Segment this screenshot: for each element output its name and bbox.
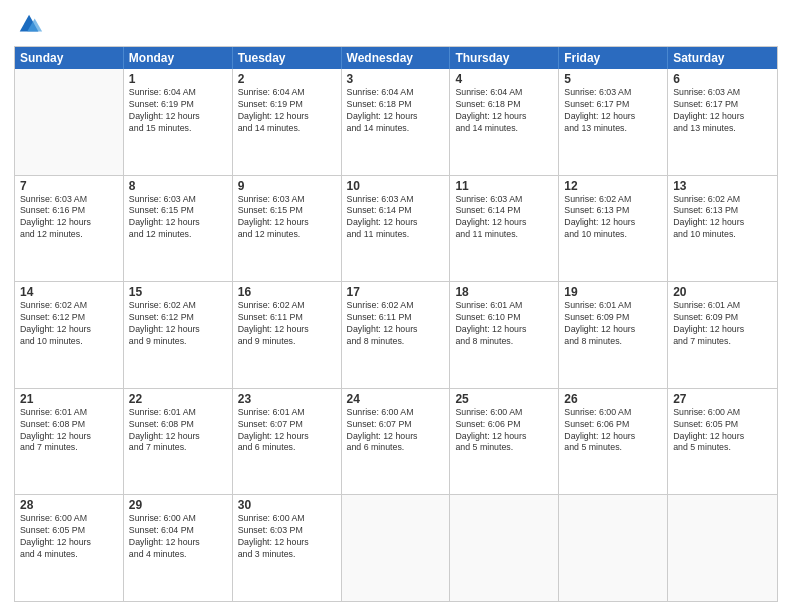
cell-info-text: Sunrise: 6:01 AM Sunset: 6:08 PM Dayligh… (20, 407, 118, 455)
calendar-header-wednesday: Wednesday (342, 47, 451, 69)
header (14, 10, 778, 38)
cell-info-text: Sunrise: 6:04 AM Sunset: 6:18 PM Dayligh… (455, 87, 553, 135)
calendar-cell-r0c3: 3Sunrise: 6:04 AM Sunset: 6:18 PM Daylig… (342, 69, 451, 175)
cell-day-number: 12 (564, 179, 662, 193)
cell-day-number: 27 (673, 392, 772, 406)
cell-info-text: Sunrise: 6:03 AM Sunset: 6:14 PM Dayligh… (347, 194, 445, 242)
calendar-cell-r2c1: 15Sunrise: 6:02 AM Sunset: 6:12 PM Dayli… (124, 282, 233, 388)
calendar-cell-r1c1: 8Sunrise: 6:03 AM Sunset: 6:15 PM Daylig… (124, 176, 233, 282)
cell-info-text: Sunrise: 6:02 AM Sunset: 6:13 PM Dayligh… (673, 194, 772, 242)
cell-info-text: Sunrise: 6:01 AM Sunset: 6:08 PM Dayligh… (129, 407, 227, 455)
calendar-cell-r0c6: 6Sunrise: 6:03 AM Sunset: 6:17 PM Daylig… (668, 69, 777, 175)
cell-day-number: 13 (673, 179, 772, 193)
calendar-header-thursday: Thursday (450, 47, 559, 69)
calendar-cell-r3c3: 24Sunrise: 6:00 AM Sunset: 6:07 PM Dayli… (342, 389, 451, 495)
calendar-row-1: 7Sunrise: 6:03 AM Sunset: 6:16 PM Daylig… (15, 175, 777, 282)
cell-info-text: Sunrise: 6:00 AM Sunset: 6:05 PM Dayligh… (673, 407, 772, 455)
calendar-cell-r2c4: 18Sunrise: 6:01 AM Sunset: 6:10 PM Dayli… (450, 282, 559, 388)
calendar-cell-r1c3: 10Sunrise: 6:03 AM Sunset: 6:14 PM Dayli… (342, 176, 451, 282)
calendar-cell-r3c1: 22Sunrise: 6:01 AM Sunset: 6:08 PM Dayli… (124, 389, 233, 495)
cell-day-number: 17 (347, 285, 445, 299)
cell-info-text: Sunrise: 6:03 AM Sunset: 6:15 PM Dayligh… (129, 194, 227, 242)
calendar-cell-r0c0 (15, 69, 124, 175)
cell-day-number: 2 (238, 72, 336, 86)
calendar-cell-r2c2: 16Sunrise: 6:02 AM Sunset: 6:11 PM Dayli… (233, 282, 342, 388)
calendar-cell-r1c4: 11Sunrise: 6:03 AM Sunset: 6:14 PM Dayli… (450, 176, 559, 282)
calendar-cell-r2c3: 17Sunrise: 6:02 AM Sunset: 6:11 PM Dayli… (342, 282, 451, 388)
cell-info-text: Sunrise: 6:04 AM Sunset: 6:19 PM Dayligh… (129, 87, 227, 135)
cell-info-text: Sunrise: 6:04 AM Sunset: 6:18 PM Dayligh… (347, 87, 445, 135)
calendar-header-saturday: Saturday (668, 47, 777, 69)
cell-info-text: Sunrise: 6:04 AM Sunset: 6:19 PM Dayligh… (238, 87, 336, 135)
cell-info-text: Sunrise: 6:01 AM Sunset: 6:09 PM Dayligh… (564, 300, 662, 348)
cell-info-text: Sunrise: 6:03 AM Sunset: 6:16 PM Dayligh… (20, 194, 118, 242)
calendar-cell-r4c0: 28Sunrise: 6:00 AM Sunset: 6:05 PM Dayli… (15, 495, 124, 601)
cell-info-text: Sunrise: 6:00 AM Sunset: 6:06 PM Dayligh… (455, 407, 553, 455)
cell-info-text: Sunrise: 6:01 AM Sunset: 6:07 PM Dayligh… (238, 407, 336, 455)
calendar-header-sunday: Sunday (15, 47, 124, 69)
cell-day-number: 30 (238, 498, 336, 512)
cell-day-number: 24 (347, 392, 445, 406)
cell-day-number: 16 (238, 285, 336, 299)
cell-info-text: Sunrise: 6:02 AM Sunset: 6:12 PM Dayligh… (20, 300, 118, 348)
cell-day-number: 22 (129, 392, 227, 406)
calendar-body: 1Sunrise: 6:04 AM Sunset: 6:19 PM Daylig… (15, 69, 777, 601)
calendar-cell-r4c3 (342, 495, 451, 601)
cell-info-text: Sunrise: 6:02 AM Sunset: 6:11 PM Dayligh… (347, 300, 445, 348)
calendar-cell-r4c4 (450, 495, 559, 601)
calendar-cell-r3c2: 23Sunrise: 6:01 AM Sunset: 6:07 PM Dayli… (233, 389, 342, 495)
cell-info-text: Sunrise: 6:03 AM Sunset: 6:15 PM Dayligh… (238, 194, 336, 242)
cell-day-number: 18 (455, 285, 553, 299)
calendar-cell-r3c6: 27Sunrise: 6:00 AM Sunset: 6:05 PM Dayli… (668, 389, 777, 495)
calendar-cell-r4c5 (559, 495, 668, 601)
calendar-cell-r3c0: 21Sunrise: 6:01 AM Sunset: 6:08 PM Dayli… (15, 389, 124, 495)
calendar: SundayMondayTuesdayWednesdayThursdayFrid… (14, 46, 778, 602)
cell-day-number: 10 (347, 179, 445, 193)
cell-day-number: 15 (129, 285, 227, 299)
calendar-cell-r2c6: 20Sunrise: 6:01 AM Sunset: 6:09 PM Dayli… (668, 282, 777, 388)
page: SundayMondayTuesdayWednesdayThursdayFrid… (0, 0, 792, 612)
calendar-cell-r4c1: 29Sunrise: 6:00 AM Sunset: 6:04 PM Dayli… (124, 495, 233, 601)
cell-info-text: Sunrise: 6:00 AM Sunset: 6:03 PM Dayligh… (238, 513, 336, 561)
calendar-cell-r4c2: 30Sunrise: 6:00 AM Sunset: 6:03 PM Dayli… (233, 495, 342, 601)
cell-info-text: Sunrise: 6:03 AM Sunset: 6:17 PM Dayligh… (673, 87, 772, 135)
calendar-cell-r1c0: 7Sunrise: 6:03 AM Sunset: 6:16 PM Daylig… (15, 176, 124, 282)
cell-info-text: Sunrise: 6:03 AM Sunset: 6:17 PM Dayligh… (564, 87, 662, 135)
cell-day-number: 5 (564, 72, 662, 86)
cell-info-text: Sunrise: 6:00 AM Sunset: 6:06 PM Dayligh… (564, 407, 662, 455)
cell-day-number: 9 (238, 179, 336, 193)
calendar-header-friday: Friday (559, 47, 668, 69)
logo-icon (16, 10, 44, 38)
cell-info-text: Sunrise: 6:01 AM Sunset: 6:10 PM Dayligh… (455, 300, 553, 348)
calendar-row-4: 28Sunrise: 6:00 AM Sunset: 6:05 PM Dayli… (15, 494, 777, 601)
cell-info-text: Sunrise: 6:00 AM Sunset: 6:05 PM Dayligh… (20, 513, 118, 561)
calendar-header-tuesday: Tuesday (233, 47, 342, 69)
cell-day-number: 11 (455, 179, 553, 193)
cell-day-number: 23 (238, 392, 336, 406)
cell-day-number: 3 (347, 72, 445, 86)
cell-day-number: 19 (564, 285, 662, 299)
cell-day-number: 29 (129, 498, 227, 512)
cell-info-text: Sunrise: 6:02 AM Sunset: 6:12 PM Dayligh… (129, 300, 227, 348)
calendar-row-2: 14Sunrise: 6:02 AM Sunset: 6:12 PM Dayli… (15, 281, 777, 388)
cell-day-number: 7 (20, 179, 118, 193)
logo (14, 10, 44, 38)
cell-day-number: 20 (673, 285, 772, 299)
calendar-cell-r1c5: 12Sunrise: 6:02 AM Sunset: 6:13 PM Dayli… (559, 176, 668, 282)
cell-day-number: 8 (129, 179, 227, 193)
calendar-cell-r3c5: 26Sunrise: 6:00 AM Sunset: 6:06 PM Dayli… (559, 389, 668, 495)
cell-info-text: Sunrise: 6:03 AM Sunset: 6:14 PM Dayligh… (455, 194, 553, 242)
cell-day-number: 21 (20, 392, 118, 406)
cell-day-number: 6 (673, 72, 772, 86)
calendar-header: SundayMondayTuesdayWednesdayThursdayFrid… (15, 47, 777, 69)
calendar-cell-r0c5: 5Sunrise: 6:03 AM Sunset: 6:17 PM Daylig… (559, 69, 668, 175)
calendar-header-monday: Monday (124, 47, 233, 69)
calendar-cell-r1c2: 9Sunrise: 6:03 AM Sunset: 6:15 PM Daylig… (233, 176, 342, 282)
calendar-cell-r2c5: 19Sunrise: 6:01 AM Sunset: 6:09 PM Dayli… (559, 282, 668, 388)
calendar-cell-r1c6: 13Sunrise: 6:02 AM Sunset: 6:13 PM Dayli… (668, 176, 777, 282)
cell-info-text: Sunrise: 6:00 AM Sunset: 6:04 PM Dayligh… (129, 513, 227, 561)
calendar-cell-r0c2: 2Sunrise: 6:04 AM Sunset: 6:19 PM Daylig… (233, 69, 342, 175)
cell-info-text: Sunrise: 6:01 AM Sunset: 6:09 PM Dayligh… (673, 300, 772, 348)
cell-info-text: Sunrise: 6:02 AM Sunset: 6:13 PM Dayligh… (564, 194, 662, 242)
cell-day-number: 28 (20, 498, 118, 512)
